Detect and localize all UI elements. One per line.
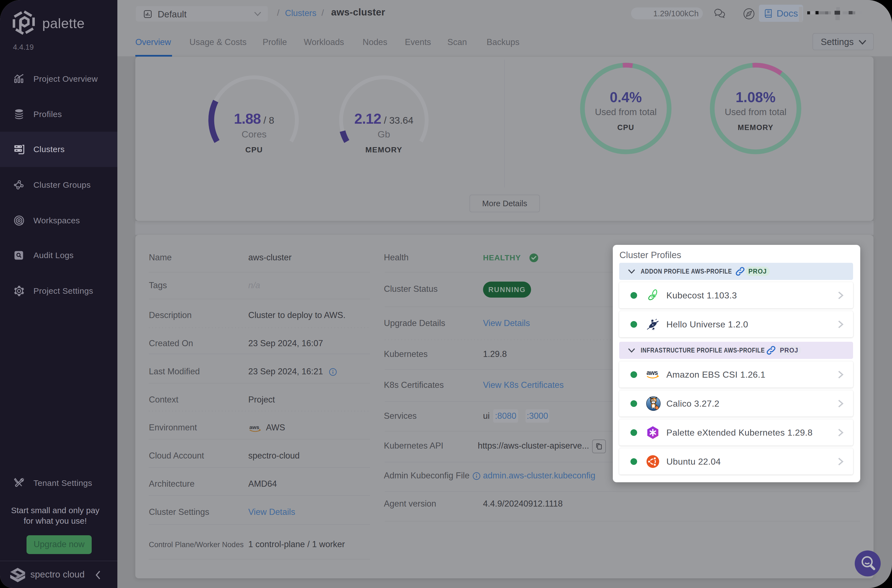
- svg-text:aws: aws: [249, 424, 259, 430]
- svg-text:aws: aws: [646, 369, 658, 376]
